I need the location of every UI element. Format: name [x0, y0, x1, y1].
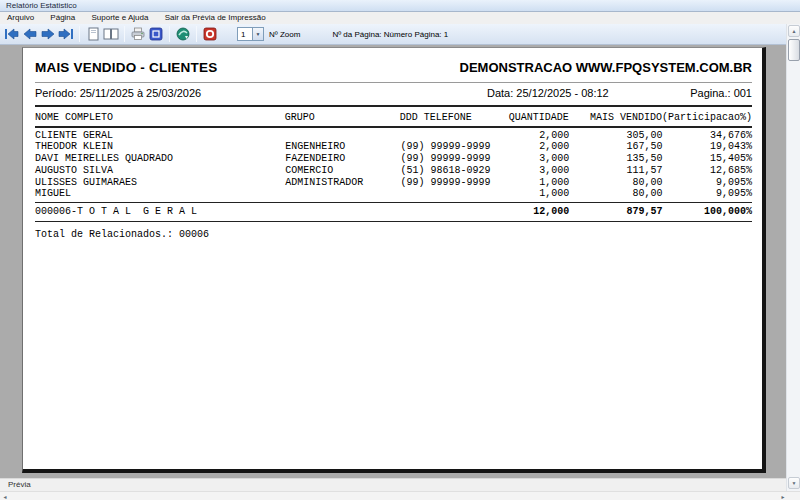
previous-page-icon: [22, 26, 38, 42]
cell-qty: 2,000: [510, 130, 570, 142]
divider: [35, 221, 752, 222]
total-qty: 12,000: [510, 206, 570, 218]
divider: [35, 105, 752, 107]
report-period: Período: 25/11/2025 à 25/03/2026: [35, 87, 201, 99]
zoom-select[interactable]: 1 ▼: [237, 27, 264, 41]
cell-sold: 305,00: [569, 130, 662, 142]
first-page-icon: [4, 26, 20, 42]
export-button[interactable]: [174, 26, 191, 43]
zoom-label: Nº Zoom: [269, 30, 300, 39]
exit-icon: [202, 26, 218, 42]
report-date: Data: 25/12/2025 - 08:12: [487, 87, 609, 99]
printer-icon: [130, 26, 146, 42]
cell-sold: 167,50: [569, 141, 662, 153]
report-footer: Total de Relacionados.: 00006: [35, 229, 752, 240]
total-label: 000006-T O T A L G E R A L: [35, 206, 510, 218]
cell-phone: (99) 99999-9999: [400, 153, 509, 165]
total-sold: 879,57: [569, 206, 662, 218]
report-company: DEMONSTRACAO WWW.FPQSYSTEM.COM.BR: [460, 60, 753, 75]
horizontal-scrollbar[interactable]: ◄ ►: [0, 491, 800, 500]
report-preview-window: Relatório Estatistico Arquivo Página Sup…: [0, 0, 800, 500]
cell-group: ADMINISTRADOR: [285, 177, 400, 189]
cell-qty: 1,000: [510, 188, 570, 200]
cell-group: [285, 130, 400, 142]
scroll-right-icon[interactable]: ►: [778, 492, 788, 500]
cell-sold: 80,00: [569, 177, 662, 189]
cell-group: COMERCIO: [285, 165, 400, 177]
table-row: MIGUEL 1,000 80,00 9,095%: [35, 188, 752, 200]
cell-share: 34,676%: [663, 130, 752, 142]
table-header-row: NOME COMPLETO GRUPO DDD TELEFONE QUANTID…: [35, 112, 752, 124]
cell-qty: 2,000: [510, 141, 570, 153]
cell-qty: 3,000: [510, 153, 570, 165]
menu-bar: Arquivo Página Suporte e Ajuda Sair da P…: [0, 12, 800, 24]
cell-share: 12,685%: [663, 165, 752, 177]
first-page-button[interactable]: [3, 26, 20, 43]
single-page-view-button[interactable]: [84, 26, 101, 43]
previous-page-button[interactable]: [21, 26, 38, 43]
cell-sold: 111,57: [569, 165, 662, 177]
print-setup-button[interactable]: [147, 26, 164, 43]
menu-sair-previa[interactable]: Sair da Prévia de Impressão: [158, 12, 273, 24]
table-body: CLIENTE GERAL 2,000 305,00 34,676% THEOD…: [35, 130, 752, 200]
cell-group: FAZENDEIRO: [285, 153, 400, 165]
toolbar-separator: [196, 26, 197, 42]
status-bar: Prévia: [0, 478, 786, 491]
scrollbar-thumb[interactable]: [788, 39, 800, 61]
toolbar: 1 ▼ Nº Zoom Nº da Página: Número Página:…: [0, 24, 786, 45]
next-page-icon: [40, 26, 56, 42]
cell-phone: [400, 188, 509, 200]
menu-pagina[interactable]: Página: [43, 12, 82, 24]
divider: [35, 82, 752, 83]
divider: [35, 126, 752, 128]
cell-sold: 135,50: [569, 153, 662, 165]
column-header-telefone: DDD TELEFONE: [400, 112, 509, 124]
cell-share: 9,095%: [663, 188, 752, 200]
page-icon: [85, 26, 101, 42]
next-page-button[interactable]: [39, 26, 56, 43]
cell-share: 15,405%: [663, 153, 752, 165]
menu-arquivo[interactable]: Arquivo: [0, 12, 41, 24]
title-bar: Relatório Estatistico: [0, 0, 800, 12]
table-row: ULISSES GUIMARAES ADMINISTRADOR (99) 999…: [35, 177, 752, 189]
column-header-grupo: GRUPO: [285, 112, 400, 124]
total-row: 000006-T O T A L G E R A L 12,000 879,57…: [35, 203, 752, 221]
previa-label: Prévia: [8, 480, 31, 489]
toolbar-separator: [124, 26, 125, 42]
chevron-down-icon[interactable]: ▼: [252, 28, 263, 40]
export-icon: [175, 26, 191, 42]
print-button[interactable]: [129, 26, 146, 43]
scroll-up-icon[interactable]: ▲: [788, 25, 800, 37]
column-header-nome: NOME COMPLETO: [35, 112, 285, 124]
scroll-down-icon[interactable]: ▼: [788, 477, 800, 489]
cell-share: 19,043%: [663, 141, 752, 153]
exit-button[interactable]: [201, 26, 218, 43]
table-row: CLIENTE GERAL 2,000 305,00 34,676%: [35, 130, 752, 142]
cell-sold: 80,00: [569, 188, 662, 200]
two-page-view-button[interactable]: [102, 26, 119, 43]
vertical-scrollbar[interactable]: ▲ ▼: [786, 24, 800, 491]
cell-phone: (51) 98618-0929: [400, 165, 509, 177]
report-page: MAIS VENDIDO - CLIENTES DEMONSTRACAO WWW…: [22, 47, 766, 473]
menu-suporte-ajuda[interactable]: Suporte e Ajuda: [85, 12, 156, 24]
last-page-button[interactable]: [57, 26, 74, 43]
cell-qty: 3,000: [510, 165, 570, 177]
setup-icon: [148, 26, 164, 42]
last-page-icon: [58, 26, 74, 42]
preview-workspace: MAIS VENDIDO - CLIENTES DEMONSTRACAO WWW…: [0, 45, 786, 478]
cell-name: CLIENTE GERAL: [35, 130, 285, 142]
report-title: MAIS VENDIDO - CLIENTES: [35, 60, 217, 75]
cell-name: THEODOR KLEIN: [35, 141, 285, 153]
report-subheader: Período: 25/11/2025 à 25/03/2026 Data: 2…: [35, 87, 752, 101]
cell-group: ENGENHEIRO: [285, 141, 400, 153]
cell-phone: (99) 99999-9999: [400, 141, 509, 153]
column-header-participacao: (Participacao%): [662, 112, 752, 124]
window-title: Relatório Estatistico: [6, 1, 77, 10]
total-share: 100,000%: [663, 206, 752, 218]
cell-phone: (99) 99999-9999: [400, 177, 509, 189]
table-row: AUGUSTO SILVA COMERCIO (51) 98618-0929 3…: [35, 165, 752, 177]
toolbar-separator: [169, 26, 170, 42]
cell-share: 9,095%: [663, 177, 752, 189]
scroll-left-icon[interactable]: ◄: [0, 492, 10, 500]
book-icon: [103, 26, 119, 42]
